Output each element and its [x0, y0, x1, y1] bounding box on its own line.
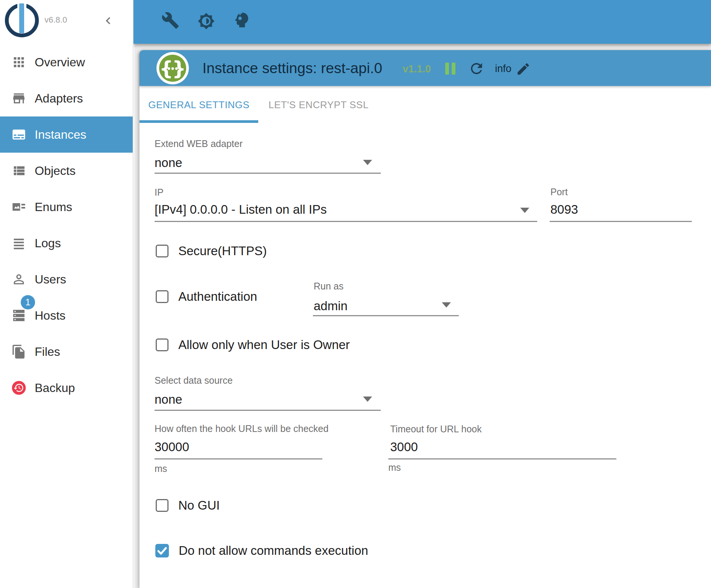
instance-settings-title: Instance settings: rest-api.0	[202, 50, 382, 86]
ip-dropdown-icon[interactable]	[520, 208, 529, 213]
users-icon	[11, 271, 27, 288]
run-as-dropdown-icon[interactable]	[442, 302, 451, 308]
instance-version: v1.1.0	[403, 50, 431, 88]
secure-https-checkbox-row[interactable]: Secure(HTTPS)	[156, 244, 267, 258]
hook-interval-underline	[155, 458, 322, 459]
port-label: Port	[550, 187, 568, 198]
run-as-select[interactable]: admin	[314, 299, 348, 314]
extend-web-adapter-select[interactable]: none	[155, 155, 182, 170]
tab-general-settings[interactable]: GENERAL SETTINGS	[139, 87, 258, 123]
sidebar-item-hosts[interactable]: Hosts	[0, 297, 133, 334]
run-as-underline	[313, 315, 459, 316]
app-version: v6.8.0	[44, 15, 67, 25]
svg-text:{: {	[159, 57, 173, 80]
extend-web-adapter-label: Extend WEB adapter	[155, 138, 242, 149]
backup-icon	[11, 380, 27, 396]
hook-timeout-label: Timeout for URL hook	[390, 424, 482, 435]
sidebar-item-instances[interactable]: Instances	[0, 116, 133, 153]
page: v6.8.0 Overview Adapters Instances Objec	[0, 0, 711, 588]
ip-underline	[155, 221, 537, 222]
sidebar-item-adapters[interactable]: Adapters	[0, 80, 133, 116]
sidebar: v6.8.0 Overview Adapters Instances Objec	[0, 0, 133, 588]
objects-icon	[11, 162, 27, 179]
expert-mode-button[interactable]	[232, 10, 251, 30]
authentication-checkbox-row[interactable]: Authentication	[156, 289, 257, 304]
topbar	[133, 0, 711, 44]
logs-icon	[11, 235, 27, 251]
no-gui-checkbox[interactable]	[156, 499, 169, 512]
extend-web-adapter-underline	[155, 173, 381, 174]
pause-instance-button[interactable]	[445, 63, 457, 75]
data-source-dropdown-icon[interactable]	[363, 397, 372, 402]
adapters-icon	[11, 90, 27, 107]
extend-web-adapter-dropdown-icon[interactable]	[363, 160, 372, 165]
info-link[interactable]: info	[495, 50, 512, 87]
collapse-sidebar-icon[interactable]	[101, 14, 115, 28]
svg-text:}: }	[172, 57, 186, 80]
rest-api-adapter-icon: { }	[156, 52, 189, 84]
hosts-badge: 1	[21, 295, 35, 309]
allow-owner-checkbox[interactable]	[156, 338, 169, 351]
no-commands-checkbox[interactable]	[155, 544, 169, 557]
data-source-underline	[155, 410, 381, 411]
sidebar-item-files[interactable]: Files	[0, 334, 133, 370]
no-gui-checkbox-row[interactable]: No GUI	[156, 498, 220, 513]
hook-interval-unit: ms	[155, 463, 167, 474]
sidebar-item-overview[interactable]: Overview	[0, 44, 133, 80]
ip-label: IP	[155, 187, 164, 198]
sidebar-item-backup[interactable]: Backup	[0, 370, 133, 406]
overview-icon	[11, 54, 27, 70]
no-commands-checkbox-row[interactable]: Do not allow commands execution	[155, 544, 368, 558]
allow-owner-checkbox-row[interactable]: Allow only when User is Owner	[156, 338, 350, 352]
data-source-label: Select data source	[155, 375, 233, 386]
files-icon	[11, 343, 27, 360]
instances-icon	[11, 126, 27, 143]
tab-lets-encrypt-ssl[interactable]: LET'S ENCRYPT SSL	[258, 87, 379, 123]
hosts-icon	[11, 307, 27, 324]
sidebar-item-enums[interactable]: Enums	[0, 189, 133, 225]
ip-select[interactable]: [IPv4] 0.0.0.0 - Listen on all IPs	[155, 202, 327, 217]
data-source-select[interactable]: none	[155, 392, 182, 407]
run-as-label: Run as	[314, 281, 343, 292]
system-settings-button[interactable]	[161, 11, 179, 29]
theme-toggle-button[interactable]	[198, 12, 215, 30]
sidebar-item-logs[interactable]: Logs	[0, 225, 133, 261]
authentication-checkbox[interactable]	[156, 290, 169, 303]
port-underline	[550, 221, 692, 222]
hook-timeout-underline	[388, 458, 616, 459]
secure-https-checkbox[interactable]	[156, 245, 169, 257]
settings-card	[139, 50, 711, 588]
port-input[interactable]: 8093	[550, 202, 578, 217]
hook-timeout-input[interactable]: 3000	[390, 439, 418, 455]
iobroker-logo	[5, 3, 39, 38]
enums-icon	[11, 199, 27, 215]
edit-icon[interactable]	[516, 61, 531, 77]
hook-interval-input[interactable]: 30000	[155, 439, 189, 455]
sidebar-item-users[interactable]: Users	[0, 261, 133, 297]
sidebar-item-objects[interactable]: Objects	[0, 153, 133, 189]
hook-timeout-unit: ms	[388, 462, 401, 473]
active-tab-indicator	[139, 120, 258, 123]
hook-interval-label: How often the hook URLs will be checked	[155, 423, 328, 434]
restart-instance-button[interactable]	[468, 60, 485, 77]
